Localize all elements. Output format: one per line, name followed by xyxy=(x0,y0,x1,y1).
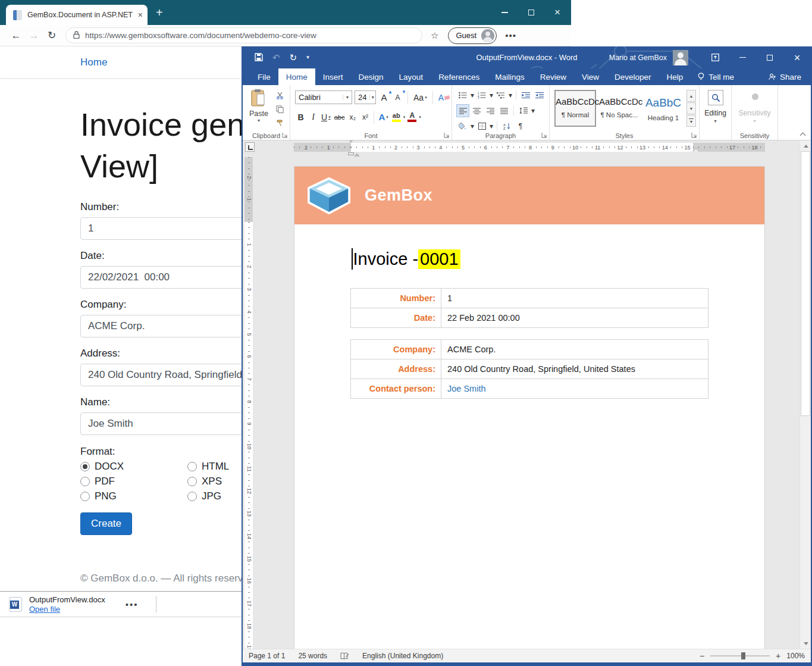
paragraph-dialog-launcher-icon[interactable] xyxy=(541,132,547,138)
grow-font-icon[interactable]: A▲ xyxy=(378,90,390,104)
scroll-up-icon[interactable] xyxy=(800,140,811,151)
word-maximize-icon[interactable] xyxy=(756,46,783,68)
editing-button[interactable] xyxy=(708,90,723,105)
zoom-in-icon[interactable]: + xyxy=(776,651,780,661)
share-button[interactable]: Share xyxy=(769,68,801,85)
font-name-dropdown-icon[interactable]: ▾ xyxy=(343,95,352,100)
radio-xps-icon[interactable] xyxy=(187,477,197,486)
proofing-icon[interactable] xyxy=(340,652,349,660)
styles-scroll-up-icon[interactable]: ▲ xyxy=(686,90,696,102)
radio-jpg-icon[interactable] xyxy=(187,492,197,501)
tell-me-button[interactable]: Tell me xyxy=(691,68,741,85)
paste-dropdown-icon[interactable]: ▾ xyxy=(246,118,272,123)
shading-icon[interactable] xyxy=(457,120,469,132)
page-count[interactable]: Page 1 of 1 xyxy=(249,652,285,660)
font-size-combo[interactable]: 24 ▾ xyxy=(355,90,376,104)
style-no-spacing[interactable]: AaBbCcDc ¶ No Spac... xyxy=(598,90,640,127)
word-count[interactable]: 25 words xyxy=(298,652,327,660)
word-minimize-icon[interactable] xyxy=(729,46,756,68)
tab-file[interactable]: File xyxy=(250,68,278,85)
line-spacing-icon[interactable] xyxy=(518,105,529,117)
font-color-dropdown-icon[interactable]: ▾ xyxy=(419,115,421,120)
tab-design[interactable]: Design xyxy=(351,68,391,85)
browser-minimize-icon[interactable] xyxy=(501,12,508,13)
style-heading1[interactable]: AaBbC Heading 1 xyxy=(642,90,684,127)
left-indent-box[interactable] xyxy=(348,152,354,155)
radio-docx-icon[interactable] xyxy=(80,462,90,471)
borders-dropdown-icon[interactable]: ▾ xyxy=(490,122,493,130)
change-case-icon[interactable]: Aa▾ xyxy=(412,90,428,104)
vertical-ruler[interactable]: 21 12345678910111213141516171819 xyxy=(244,154,253,649)
refresh-icon[interactable]: ↻ xyxy=(43,29,61,42)
tab-layout[interactable]: Layout xyxy=(391,68,431,85)
align-right-icon[interactable] xyxy=(484,105,496,117)
zoom-slider[interactable] xyxy=(710,655,770,656)
nav-home-link[interactable]: Home xyxy=(80,57,107,68)
browser-maximize-icon[interactable] xyxy=(528,10,534,15)
format-option[interactable]: PNG xyxy=(80,490,187,503)
tab-selector-icon[interactable] xyxy=(245,142,255,152)
download-more-icon[interactable]: ••• xyxy=(126,599,139,609)
numbering-dropdown-icon[interactable]: ▾ xyxy=(490,91,493,99)
tab-insert[interactable]: Insert xyxy=(315,68,351,85)
ribbon-display-options-icon[interactable] xyxy=(701,46,729,68)
zoom-level[interactable]: 100% xyxy=(786,652,805,660)
clipboard-dialog-launcher-icon[interactable] xyxy=(282,132,288,138)
favorites-icon[interactable]: ☆ xyxy=(431,30,438,41)
tab-home[interactable]: Home xyxy=(278,68,315,85)
format-option[interactable]: PDF xyxy=(80,475,187,488)
save-icon[interactable] xyxy=(255,53,263,62)
justify-icon[interactable] xyxy=(498,105,510,117)
address-bar[interactable]: https://www.gemboxsoftware.com/document/… xyxy=(65,27,422,43)
tab-references[interactable]: References xyxy=(431,68,487,85)
sensitivity-button-label[interactable]: Sensitivity xyxy=(732,109,777,117)
line-spacing-dropdown-icon[interactable]: ▾ xyxy=(531,107,535,115)
guest-profile-button[interactable]: Guest xyxy=(448,27,497,44)
account-name[interactable]: Mario at GemBox xyxy=(609,54,667,62)
strikethrough-button[interactable]: abc xyxy=(333,110,346,124)
text-effects-icon[interactable]: A▾ xyxy=(377,110,389,124)
borders-icon[interactable] xyxy=(476,120,488,132)
clear-formatting-icon[interactable]: A xyxy=(437,90,452,104)
editing-dropdown-icon[interactable]: ▾ xyxy=(700,118,731,124)
subscript-button[interactable]: x₂ xyxy=(347,110,358,124)
styles-dialog-launcher-icon[interactable] xyxy=(691,132,697,138)
new-tab-button[interactable]: + xyxy=(156,7,163,18)
font-color-icon[interactable]: A xyxy=(406,110,418,124)
customize-qat-icon[interactable]: ▾ xyxy=(306,55,309,60)
create-button[interactable]: Create xyxy=(80,512,132,535)
indent-markers[interactable] xyxy=(348,143,354,152)
multilevel-list-icon[interactable] xyxy=(495,89,507,101)
radio-html-icon[interactable] xyxy=(187,462,197,471)
scroll-down-icon[interactable] xyxy=(800,638,811,649)
copy-icon[interactable] xyxy=(274,104,286,114)
back-icon[interactable]: ← xyxy=(7,30,25,42)
redo-icon[interactable]: ↻ xyxy=(290,53,297,62)
document-page[interactable]: GemBox Invoice - 0001 Number: 1 Date: 22… xyxy=(294,166,765,649)
horizontal-ruler[interactable]: 21 123456789101112131415 1718 xyxy=(294,143,765,152)
zoom-slider-handle[interactable] xyxy=(741,652,745,659)
show-paragraph-marks-icon[interactable]: ¶ xyxy=(515,120,526,132)
font-size-dropdown-icon[interactable]: ▾ xyxy=(369,95,375,100)
italic-button[interactable]: I xyxy=(308,110,319,124)
numbering-icon[interactable]: 123 xyxy=(476,89,488,101)
radio-pdf-icon[interactable] xyxy=(80,477,90,486)
collapse-ribbon-icon[interactable] xyxy=(800,132,805,137)
superscript-button[interactable]: x² xyxy=(359,110,371,124)
radio-png-icon[interactable] xyxy=(80,492,90,501)
bullets-icon[interactable] xyxy=(457,89,469,101)
right-margin-marker[interactable] xyxy=(692,148,700,152)
align-center-icon[interactable] xyxy=(471,105,482,117)
tab-review[interactable]: Review xyxy=(532,68,574,85)
styles-gallery-more-icon[interactable]: ▼ xyxy=(686,115,696,127)
underline-button[interactable]: U▾ xyxy=(320,110,332,124)
forward-icon[interactable]: → xyxy=(25,30,43,42)
increase-indent-icon[interactable] xyxy=(534,89,545,101)
multilevel-dropdown-icon[interactable]: ▾ xyxy=(509,91,512,99)
decrease-indent-icon[interactable] xyxy=(520,89,532,101)
cut-icon[interactable] xyxy=(274,90,286,101)
zoom-out-icon[interactable]: − xyxy=(700,651,704,661)
font-name-combo[interactable]: Calibri ▾ xyxy=(295,90,352,104)
tab-close-icon[interactable]: × xyxy=(138,10,143,20)
undo-icon[interactable]: ↶ xyxy=(272,53,280,62)
